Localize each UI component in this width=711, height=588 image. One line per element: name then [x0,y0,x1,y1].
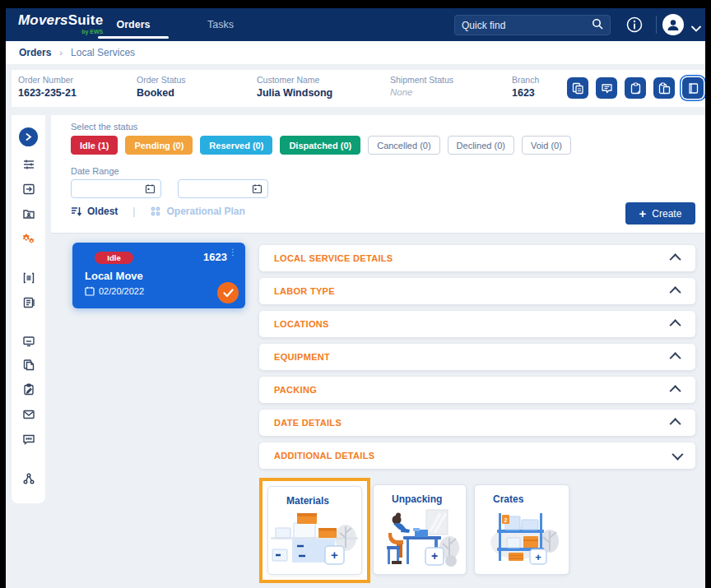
documents-copy-icon[interactable] [12,356,45,374]
clipboard-edit-icon[interactable] [12,381,45,399]
section-additional-details[interactable]: ADDITIONAL DETAILS [259,442,695,469]
svg-text:2: 2 [504,517,508,523]
status-chip-reserved[interactable]: Reserved (0) [200,136,272,155]
section-label: LABOR TYPE [274,286,335,296]
branch-value: 1623 [512,87,539,99]
sort-oldest-label: Oldest [87,206,118,217]
section-packing[interactable]: PACKING [259,377,695,403]
order-card-date-value: 02/20/2022 [99,286,144,296]
unpacking-card-title: Unpacking [374,493,466,505]
breadcrumb-local-services: Local Services [71,47,135,58]
calendar-icon[interactable] [252,183,263,194]
top-navbar: MoversSuite by EWS Orders Tasks [6,8,705,41]
kebab-menu-icon[interactable]: ⋮ [229,251,237,255]
selected-check-icon[interactable] [217,282,239,303]
notes-button[interactable] [596,77,617,99]
order-card-status-badge: Idle [95,252,133,264]
filter-panel: Select the status Idle (1) Pending (0) R… [51,115,705,234]
operational-plan-toggle[interactable]: Operational Plan [150,206,244,217]
crates-card[interactable]: Crates 2 [474,484,569,575]
user-avatar[interactable] [662,14,684,35]
clipboard-button[interactable] [625,77,646,99]
share-network-icon[interactable] [12,470,45,488]
materials-highlight-border: Materials [259,478,370,583]
paste-button[interactable] [653,77,675,99]
chevron-up-icon[interactable] [670,352,681,363]
calendar-icon[interactable] [145,183,156,194]
order-number-value: 1623-235-21 [18,87,77,99]
copy-documents-button[interactable] [567,77,588,99]
unpacking-card[interactable]: Unpacking [373,484,467,575]
filters-icon[interactable] [12,155,45,174]
chat-icon[interactable] [12,430,45,448]
operational-plan-label: Operational Plan [166,206,244,217]
order-info-bar: Order Number 1623-235-21 Order Status Bo… [12,70,705,107]
search-icon[interactable] [592,18,603,33]
section-label: EQUIPMENT [274,352,330,362]
materials-illustration: + [268,510,361,567]
chevron-up-icon[interactable] [670,385,681,396]
order-number-label: Order Number [18,75,77,85]
journal-button[interactable] [682,77,704,99]
status-chip-pending[interactable]: Pending (0) [125,136,193,155]
section-label: PACKING [274,385,317,395]
chevron-up-icon[interactable] [670,418,681,429]
app-window: MoversSuite by EWS Orders Tasks O [6,8,705,588]
order-card[interactable]: Idle 1623 ⋮ Local Move 02/20/2022 [72,243,245,308]
quick-find-input[interactable] [462,20,592,31]
section-local-service-details[interactable]: LOCAL SERVICE DETAILS [259,245,695,271]
sort-separator: | [132,206,135,217]
status-chip-dispatched[interactable]: Dispatched (0) [280,136,360,155]
tab-tasks-label: Tasks [207,19,234,30]
chevron-up-icon[interactable] [670,286,681,298]
unpacking-illustration: + [374,508,466,569]
info-icon[interactable] [625,16,644,34]
dispatch-list-icon[interactable] [12,269,45,287]
svg-text:+: + [535,551,541,563]
tab-active-underline [98,36,169,39]
breadcrumb-orders[interactable]: Orders [19,47,51,58]
section-labor-type[interactable]: LABOR TYPE [259,278,695,304]
section-locations[interactable]: LOCATIONS [259,311,695,337]
section-date-details[interactable]: DATE DETAILS [259,410,695,436]
section-equipment[interactable]: EQUIPMENT [259,344,695,370]
materials-card[interactable]: Materials [267,486,362,575]
status-chip-idle[interactable]: Idle (1) [71,136,118,155]
sidebar-expand-button[interactable] [19,127,38,146]
shipment-status-value: None [390,87,453,97]
account-folder-icon[interactable] [12,205,45,223]
billing-document-icon[interactable] [12,294,45,312]
field-order-status: Order Status Booked [137,75,186,99]
tab-orders[interactable]: Orders [96,8,170,41]
section-label: ADDITIONAL DETAILS [274,451,374,461]
brand-byline: by EWS [18,29,103,35]
field-branch: Branch 1623 [512,75,539,99]
mail-icon[interactable] [12,405,45,424]
date-to-input[interactable] [178,179,268,198]
section-label: LOCATIONS [274,319,329,329]
chevron-down-icon[interactable] [691,21,701,35]
order-exit-icon[interactable] [12,180,45,198]
breadcrumb-separator: › [59,48,63,58]
chevron-up-icon[interactable] [670,319,681,331]
create-button-label: Create [652,208,681,220]
services-gears-icon[interactable] [12,229,45,248]
order-card-title: Local Move [85,270,143,282]
section-label: LOCAL SERVICE DETAILS [274,253,393,263]
grid-icon [150,206,161,217]
status-chip-void[interactable]: Void (0) [522,136,571,155]
status-chip-cancelled[interactable]: Cancelled (0) [368,136,439,155]
calendar-icon [85,286,95,296]
quick-find-box [454,15,611,35]
chevron-up-icon[interactable] [670,253,681,265]
create-button[interactable]: + Create [625,202,695,225]
sort-oldest-toggle[interactable]: Oldest [71,206,118,217]
chevron-down-icon[interactable] [672,449,683,461]
branch-label: Branch [512,75,539,85]
materials-card-title: Materials [268,495,361,507]
tab-tasks[interactable]: Tasks [184,8,258,41]
status-chip-declined[interactable]: Declined (0) [448,136,514,155]
field-customer-name: Customer Name Julia Windsong [257,75,332,99]
date-from-input[interactable] [71,179,161,198]
monitor-icon[interactable] [12,332,45,350]
